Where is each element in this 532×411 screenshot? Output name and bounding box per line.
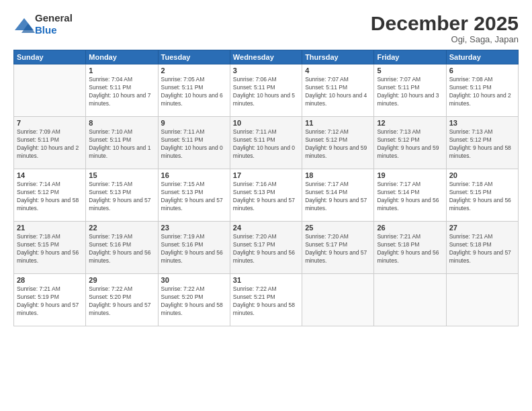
day-number: 31 (233, 276, 299, 284)
day-number: 29 (89, 276, 154, 284)
location: Ogi, Saga, Japan (371, 34, 519, 44)
day-info: Sunrise: 7:13 AMSunset: 5:12 PMDaylight:… (449, 128, 511, 159)
day-number: 21 (17, 224, 83, 232)
day-number: 5 (377, 66, 443, 75)
day-info: Sunrise: 7:11 AMSunset: 5:11 PMDaylight:… (233, 128, 295, 159)
day-info: Sunrise: 7:20 AMSunset: 5:17 PMDaylight:… (305, 233, 367, 264)
day-info: Sunrise: 7:05 AMSunset: 5:11 PMDaylight:… (161, 76, 223, 107)
day-info: Sunrise: 7:21 AMSunset: 5:18 PMDaylight:… (449, 233, 511, 264)
table-row (14, 64, 86, 117)
day-number: 23 (161, 224, 227, 232)
table-row (302, 274, 374, 326)
day-number: 2 (161, 66, 227, 75)
day-info: Sunrise: 7:17 AMSunset: 5:14 PMDaylight:… (305, 181, 367, 212)
table-row: 9Sunrise: 7:11 AMSunset: 5:11 PMDaylight… (158, 117, 230, 169)
logo-text: General Blue (35, 12, 73, 36)
table-row: 25Sunrise: 7:20 AMSunset: 5:17 PMDayligh… (302, 222, 374, 274)
table-row: 30Sunrise: 7:22 AMSunset: 5:20 PMDayligh… (158, 274, 230, 326)
table-row: 29Sunrise: 7:22 AMSunset: 5:20 PMDayligh… (86, 274, 158, 326)
table-row: 17Sunrise: 7:16 AMSunset: 5:13 PMDayligh… (230, 169, 302, 222)
day-number: 15 (89, 171, 154, 179)
calendar-week-row: 21Sunrise: 7:18 AMSunset: 5:15 PMDayligh… (14, 222, 519, 274)
day-info: Sunrise: 7:22 AMSunset: 5:20 PMDaylight:… (89, 285, 150, 316)
day-number: 22 (89, 224, 154, 232)
table-row: 15Sunrise: 7:15 AMSunset: 5:13 PMDayligh… (86, 169, 158, 222)
day-info: Sunrise: 7:19 AMSunset: 5:16 PMDaylight:… (161, 233, 223, 264)
day-number: 26 (377, 224, 443, 232)
table-row: 12Sunrise: 7:13 AMSunset: 5:12 PMDayligh… (374, 117, 446, 169)
table-row: 31Sunrise: 7:22 AMSunset: 5:21 PMDayligh… (230, 274, 302, 326)
page-header: General Blue December 2025 Ogi, Saga, Ja… (13, 12, 519, 44)
day-info: Sunrise: 7:13 AMSunset: 5:12 PMDaylight:… (377, 128, 439, 159)
table-row: 4Sunrise: 7:07 AMSunset: 5:11 PMDaylight… (302, 64, 374, 117)
day-info: Sunrise: 7:21 AMSunset: 5:19 PMDaylight:… (17, 285, 79, 316)
day-number: 8 (89, 119, 154, 127)
table-row: 28Sunrise: 7:21 AMSunset: 5:19 PMDayligh… (14, 274, 86, 326)
day-info: Sunrise: 7:21 AMSunset: 5:18 PMDaylight:… (377, 233, 439, 264)
calendar-week-row: 28Sunrise: 7:21 AMSunset: 5:19 PMDayligh… (14, 274, 519, 326)
day-number: 11 (305, 119, 371, 127)
day-info: Sunrise: 7:18 AMSunset: 5:15 PMDaylight:… (17, 233, 79, 264)
day-number: 27 (449, 224, 515, 232)
day-info: Sunrise: 7:22 AMSunset: 5:21 PMDaylight:… (233, 285, 295, 316)
logo-general: General (35, 12, 73, 24)
day-number: 25 (305, 224, 371, 232)
table-row: 21Sunrise: 7:18 AMSunset: 5:15 PMDayligh… (14, 222, 86, 274)
table-row: 23Sunrise: 7:19 AMSunset: 5:16 PMDayligh… (158, 222, 230, 274)
table-row: 8Sunrise: 7:10 AMSunset: 5:11 PMDaylight… (86, 117, 158, 169)
table-row: 1Sunrise: 7:04 AMSunset: 5:11 PMDaylight… (86, 64, 158, 117)
day-number: 14 (17, 171, 83, 179)
table-row: 18Sunrise: 7:17 AMSunset: 5:14 PMDayligh… (302, 169, 374, 222)
day-number: 28 (17, 276, 83, 284)
day-number: 30 (161, 276, 227, 284)
table-row: 16Sunrise: 7:15 AMSunset: 5:13 PMDayligh… (158, 169, 230, 222)
day-info: Sunrise: 7:11 AMSunset: 5:11 PMDaylight:… (161, 128, 223, 159)
day-info: Sunrise: 7:07 AMSunset: 5:11 PMDaylight:… (377, 76, 439, 107)
table-row: 19Sunrise: 7:17 AMSunset: 5:14 PMDayligh… (374, 169, 446, 222)
logo: General Blue (13, 12, 73, 36)
day-info: Sunrise: 7:06 AMSunset: 5:11 PMDaylight:… (233, 76, 295, 107)
day-number: 1 (89, 66, 154, 75)
table-row: 14Sunrise: 7:14 AMSunset: 5:12 PMDayligh… (14, 169, 86, 222)
day-number: 16 (161, 171, 227, 179)
table-row: 2Sunrise: 7:05 AMSunset: 5:11 PMDaylight… (158, 64, 230, 117)
day-number: 18 (305, 171, 371, 179)
day-info: Sunrise: 7:14 AMSunset: 5:12 PMDaylight:… (17, 181, 79, 212)
table-row: 24Sunrise: 7:20 AMSunset: 5:17 PMDayligh… (230, 222, 302, 274)
title-block: December 2025 Ogi, Saga, Japan (371, 12, 519, 44)
day-number: 6 (449, 66, 515, 75)
day-number: 17 (233, 171, 299, 179)
day-info: Sunrise: 7:08 AMSunset: 5:11 PMDaylight:… (449, 76, 511, 107)
day-info: Sunrise: 7:22 AMSunset: 5:20 PMDaylight:… (161, 285, 223, 316)
day-number: 3 (233, 66, 299, 75)
day-info: Sunrise: 7:20 AMSunset: 5:17 PMDaylight:… (233, 233, 295, 264)
header-thursday: Thursday (302, 50, 374, 64)
table-row: 3Sunrise: 7:06 AMSunset: 5:11 PMDaylight… (230, 64, 302, 117)
table-row: 10Sunrise: 7:11 AMSunset: 5:11 PMDayligh… (230, 117, 302, 169)
day-number: 24 (233, 224, 299, 232)
day-info: Sunrise: 7:12 AMSunset: 5:12 PMDaylight:… (305, 128, 367, 159)
day-number: 13 (449, 119, 515, 127)
header-wednesday: Wednesday (230, 50, 302, 64)
table-row: 5Sunrise: 7:07 AMSunset: 5:11 PMDaylight… (374, 64, 446, 117)
table-row: 11Sunrise: 7:12 AMSunset: 5:12 PMDayligh… (302, 117, 374, 169)
day-number: 19 (377, 171, 443, 179)
day-info: Sunrise: 7:15 AMSunset: 5:13 PMDaylight:… (161, 181, 223, 212)
calendar-table: Sunday Monday Tuesday Wednesday Thursday… (13, 50, 519, 326)
table-row (374, 274, 446, 326)
day-info: Sunrise: 7:19 AMSunset: 5:16 PMDaylight:… (89, 233, 150, 264)
month-title: December 2025 (371, 12, 519, 34)
table-row: 20Sunrise: 7:18 AMSunset: 5:15 PMDayligh… (446, 169, 518, 222)
calendar-week-row: 1Sunrise: 7:04 AMSunset: 5:11 PMDaylight… (14, 64, 519, 117)
day-number: 7 (17, 119, 83, 127)
day-info: Sunrise: 7:18 AMSunset: 5:15 PMDaylight:… (449, 181, 511, 212)
day-info: Sunrise: 7:04 AMSunset: 5:11 PMDaylight:… (89, 76, 150, 107)
day-info: Sunrise: 7:15 AMSunset: 5:13 PMDaylight:… (89, 181, 150, 212)
header-friday: Friday (374, 50, 446, 64)
table-row: 6Sunrise: 7:08 AMSunset: 5:11 PMDaylight… (446, 64, 518, 117)
calendar-header-row: Sunday Monday Tuesday Wednesday Thursday… (14, 50, 519, 64)
header-sunday: Sunday (14, 50, 86, 64)
table-row (446, 274, 518, 326)
header-saturday: Saturday (446, 50, 518, 64)
table-row: 13Sunrise: 7:13 AMSunset: 5:12 PMDayligh… (446, 117, 518, 169)
